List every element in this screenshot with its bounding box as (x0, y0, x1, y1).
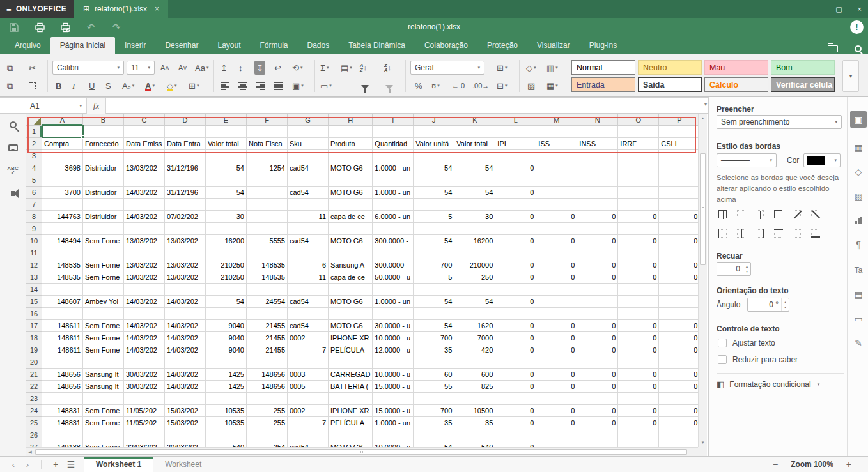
cell-I2[interactable]: Quantidad (373, 138, 414, 150)
cell-P10[interactable]: 0 (659, 235, 700, 247)
cell-P2[interactable]: CSLL (659, 138, 700, 150)
cell-K18[interactable]: 7000 (454, 332, 495, 344)
cell-A21[interactable]: 148656 (42, 369, 83, 381)
cell-M12[interactable]: 0 (536, 259, 577, 271)
cell-N2[interactable]: INSS (577, 138, 618, 150)
app-logo[interactable]: ≡ ONLYOFFICE (0, 0, 74, 18)
cell-C17[interactable]: 14/03/202 (124, 320, 165, 332)
cell-J7[interactable] (414, 199, 454, 211)
paste-button[interactable]: ⧉ (5, 79, 15, 93)
border-vertical-inner-button[interactable] (734, 226, 748, 240)
cell-A23[interactable] (42, 393, 83, 405)
cell-G8[interactable]: 11 (288, 211, 329, 223)
cell-N18[interactable]: 0 (577, 332, 618, 344)
cell-J19[interactable]: 35 (414, 344, 454, 356)
cell-M25[interactable]: 0 (536, 417, 577, 429)
delete-cells-button[interactable]: ⊟▾ (495, 79, 509, 93)
cell-M26[interactable] (536, 429, 577, 441)
column-header-O[interactable]: O (618, 114, 659, 126)
cell-M2[interactable]: ISS (536, 138, 577, 150)
cell-K3[interactable] (454, 150, 495, 162)
cell-E19[interactable]: 9040 (206, 344, 247, 356)
cell-N3[interactable] (577, 150, 618, 162)
border-top-button[interactable] (771, 226, 785, 240)
ribbon-tab-desenhar[interactable]: Desenhar (155, 37, 208, 54)
cell-J4[interactable]: 54 (414, 162, 454, 174)
cell-H8[interactable]: capa de ce (329, 211, 373, 223)
font-name-select[interactable]: Calibri▾ (52, 61, 124, 75)
cell-M21[interactable]: 0 (536, 369, 577, 381)
cell-F10[interactable]: 5555 (247, 235, 288, 247)
ribbon-tab-inserir[interactable]: Inserir (115, 37, 155, 54)
cell-B6[interactable]: Distriuidor (83, 187, 124, 199)
cell-H25[interactable]: PELÍCULA (329, 417, 373, 429)
cell-M17[interactable]: 0 (536, 320, 577, 332)
cell-B1[interactable] (83, 126, 124, 138)
row-header-7[interactable]: 7 (26, 199, 42, 211)
cell-E11[interactable] (206, 247, 247, 259)
wrap-text-button[interactable]: ↩ (272, 61, 283, 75)
cell-H2[interactable]: Produto (329, 138, 373, 150)
cell-E13[interactable]: 210250 (206, 271, 247, 284)
increase-font-button[interactable]: A˄ (159, 61, 171, 75)
cell-C7[interactable] (124, 199, 165, 211)
cell-C25[interactable]: 11/05/202 (124, 417, 165, 429)
cell-O21[interactable]: 0 (618, 369, 659, 381)
cell-C21[interactable]: 30/03/202 (124, 369, 165, 381)
orientation-button[interactable]: ⟲▾ (290, 61, 304, 75)
cell-I21[interactable]: 10.0000 - u (373, 369, 414, 381)
cell-K10[interactable]: 16200 (454, 235, 495, 247)
cell-O8[interactable]: 0 (618, 211, 659, 223)
cell-M20[interactable] (536, 356, 577, 369)
textart-settings-tab[interactable]: Ta (850, 262, 867, 278)
cell-B22[interactable]: Sansung It (83, 381, 124, 393)
cell-H26[interactable] (329, 429, 373, 441)
column-header-F[interactable]: F (247, 114, 288, 126)
column-header-B[interactable]: B (83, 114, 124, 126)
select-all-corner[interactable] (26, 114, 42, 126)
cell-L1[interactable] (495, 126, 536, 138)
column-header-G[interactable]: G (288, 114, 329, 126)
cell-D15[interactable]: 14/03/202 (165, 296, 206, 308)
cell-D17[interactable]: 14/03/202 (165, 320, 206, 332)
cell-A6[interactable]: 3700 (42, 187, 83, 199)
cell-E15[interactable]: 54 (206, 296, 247, 308)
search-icon[interactable] (855, 45, 862, 52)
cell-B19[interactable]: Sem Forne (83, 344, 124, 356)
cell-I25[interactable]: 1.0000 - un (373, 417, 414, 429)
cell-C3[interactable] (124, 150, 165, 162)
cell-N10[interactable]: 0 (577, 235, 618, 247)
cell-P6[interactable] (659, 187, 700, 199)
cell-H18[interactable]: IPHONE XR (329, 332, 373, 344)
font-color-button[interactable]: A▾ (143, 79, 157, 93)
strikethrough-button[interactable]: S (104, 79, 113, 93)
cell-A1[interactable] (42, 126, 83, 138)
cell-B25[interactable]: Sem Forne (83, 417, 124, 429)
cell-P5[interactable] (659, 174, 700, 187)
cell-O6[interactable] (618, 187, 659, 199)
cell-F13[interactable]: 148535 (247, 271, 288, 284)
cell-style-entrada[interactable]: Entrada (571, 77, 635, 92)
cell-N26[interactable] (577, 429, 618, 441)
cell-J1[interactable] (414, 126, 454, 138)
border-inner-button[interactable] (752, 207, 766, 221)
ribbon-tab-layout[interactable]: Layout (208, 37, 250, 54)
cell-N7[interactable] (577, 199, 618, 211)
cell-E12[interactable]: 210250 (206, 259, 247, 271)
cell-M3[interactable] (536, 150, 577, 162)
cell-O18[interactable]: 0 (618, 332, 659, 344)
cell-K25[interactable]: 35 (454, 417, 495, 429)
prev-sheet-button[interactable]: ‹ (6, 460, 20, 469)
cell-D9[interactable] (165, 223, 206, 235)
cell-style-verificar-c-lula[interactable]: Verificar célula (771, 77, 835, 92)
cell-F8[interactable] (247, 211, 288, 223)
cell-M4[interactable] (536, 162, 577, 174)
row-header-4[interactable]: 4 (26, 162, 42, 174)
wrap-text-checkbox[interactable]: Ajustar texto (718, 339, 775, 347)
cell-M11[interactable] (536, 247, 577, 259)
cell-F16[interactable] (247, 308, 288, 320)
cell-D6[interactable]: 31/12/196 (165, 187, 206, 199)
cell-F11[interactable] (247, 247, 288, 259)
cell-I1[interactable] (373, 126, 414, 138)
cell-B2[interactable]: Fornecedo (83, 138, 124, 150)
